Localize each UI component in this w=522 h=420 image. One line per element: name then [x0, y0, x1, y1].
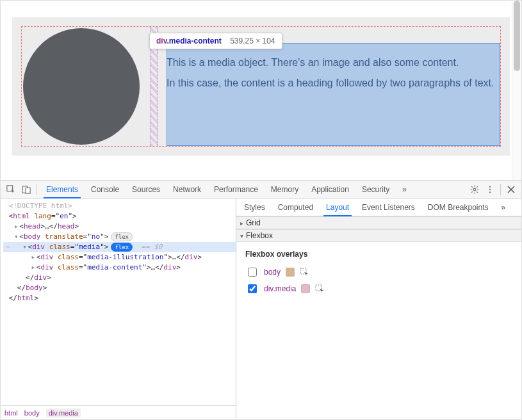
- inspect-element-icon[interactable]: [3, 182, 19, 197]
- settings-gear-icon[interactable]: [467, 182, 482, 197]
- media-paragraph-2: In this case, the content is a heading f…: [167, 77, 498, 89]
- main-tab-memory[interactable]: Memory: [265, 181, 305, 198]
- overlay-name[interactable]: body: [264, 268, 281, 277]
- breadcrumb-item[interactable]: div.media: [46, 408, 81, 417]
- breadcrumb-item[interactable]: html: [4, 409, 18, 417]
- devtools-window: Media Object This is a media object. The…: [0, 0, 522, 420]
- elements-dom-pane: <!DOCTYPE html> <html lang="en"> ▸<head>…: [1, 198, 236, 419]
- chevron-right-icon: ▸: [240, 220, 243, 227]
- layout-panel-body: ▸ Grid ▾ Flexbox Flexbox overlays bodydi…: [236, 216, 521, 419]
- svg-point-3: [473, 188, 476, 191]
- dom-body-open[interactable]: ▾<body translate="no">flex: [3, 232, 236, 242]
- side-tab-styles[interactable]: Styles: [238, 198, 272, 216]
- viewport-scrollbar[interactable]: [512, 1, 521, 180]
- selection-marker: == $0: [141, 243, 162, 251]
- dom-head[interactable]: ▸<head>…</head>: [3, 222, 236, 232]
- media-illustration: [22, 27, 141, 146]
- dom-content[interactable]: ▸<div class="media-content">…</div>: [3, 262, 236, 273]
- main-tabs-overflow[interactable]: »: [396, 185, 413, 194]
- svg-point-12: [489, 186, 491, 187]
- side-tab-computed[interactable]: Computed: [272, 198, 320, 216]
- side-tabs: StylesComputedLayoutEvent ListenersDOM B…: [236, 198, 521, 216]
- breadcrumb-bar: htmlbodydiv.media: [1, 405, 236, 419]
- overlays-title: Flexbox overlays: [245, 250, 515, 259]
- inspect-tooltip: div.media-content 539.25 × 104: [149, 33, 282, 49]
- dom-html-open[interactable]: <html lang="en">: [3, 211, 236, 222]
- flexbox-section-header[interactable]: ▾ Flexbox: [236, 229, 521, 242]
- toolbar-separator: [500, 184, 501, 195]
- overlay-checkbox[interactable]: [248, 268, 257, 277]
- main-tab-console[interactable]: Console: [85, 181, 126, 198]
- main-tab-sources[interactable]: Sources: [126, 181, 167, 198]
- styles-side-pane: StylesComputedLayoutEvent ListenersDOM B…: [236, 198, 521, 419]
- dom-tree[interactable]: <!DOCTYPE html> <html lang="en"> ▸<head>…: [1, 198, 236, 405]
- devtools-body: <!DOCTYPE html> <html lang="en"> ▸<head>…: [1, 198, 521, 419]
- toolbar-separator: [37, 184, 37, 195]
- close-devtools-icon[interactable]: [503, 182, 519, 197]
- more-menu-icon[interactable]: [482, 182, 498, 197]
- dom-selected-row[interactable]: ⋯ ▾<div class="media">flex == $0: [3, 242, 236, 252]
- grid-section-header[interactable]: ▸ Grid: [236, 216, 521, 229]
- flexbox-overlays: Flexbox overlays bodydiv.media: [236, 242, 521, 301]
- media-paragraph-1: This is a media object. There's an image…: [167, 57, 498, 69]
- main-tab-performance[interactable]: Performance: [208, 181, 265, 198]
- overlay-name[interactable]: div.media: [264, 284, 296, 293]
- svg-rect-2: [26, 188, 30, 193]
- overlay-highlight-icon[interactable]: [300, 268, 309, 277]
- main-tabs: ElementsConsoleSourcesNetworkPerformance…: [40, 181, 396, 198]
- tooltip-tag: div: [156, 36, 167, 45]
- overlay-color-swatch[interactable]: [286, 268, 295, 277]
- tooltip-class: .media-content: [167, 36, 221, 45]
- svg-line-9: [477, 191, 478, 193]
- side-tab-event-listeners[interactable]: Event Listeners: [355, 198, 421, 216]
- svg-line-11: [477, 186, 478, 188]
- dom-body-close[interactable]: </body>: [3, 283, 236, 293]
- device-toolbar-icon[interactable]: [19, 182, 34, 197]
- side-tab-dom-breakpoints[interactable]: DOM Breakpoints: [421, 198, 495, 216]
- scrollbar-thumb[interactable]: [514, 1, 520, 71]
- main-tab-elements[interactable]: Elements: [40, 181, 85, 198]
- overlay-row-div-media: div.media: [245, 280, 515, 297]
- breadcrumb-item[interactable]: body: [24, 409, 40, 417]
- flexbox-section-label: Flexbox: [246, 231, 273, 240]
- devtools-toolbar: ElementsConsoleSourcesNetworkPerformance…: [1, 181, 521, 198]
- overlay-highlight-icon[interactable]: [315, 284, 324, 293]
- svg-line-10: [471, 191, 473, 193]
- overlay-color-swatch[interactable]: [301, 284, 310, 293]
- main-tab-security[interactable]: Security: [355, 181, 396, 198]
- side-tab-layout[interactable]: Layout: [320, 198, 355, 216]
- dom-illustration[interactable]: ▸<div class="media-illustration">…</div>: [3, 252, 236, 262]
- overlay-row-body: body: [245, 264, 515, 280]
- dom-html-close[interactable]: </html>: [3, 293, 236, 303]
- side-tabs-overflow[interactable]: »: [495, 198, 512, 216]
- svg-point-13: [489, 188, 491, 190]
- dom-doctype[interactable]: <!DOCTYPE html>: [3, 201, 236, 211]
- svg-line-8: [471, 186, 473, 188]
- flex-badge-media[interactable]: flex: [111, 243, 133, 252]
- main-tab-application[interactable]: Application: [305, 181, 355, 198]
- circle-image-placeholder: [23, 28, 140, 145]
- tooltip-dimensions: 539.25 × 104: [230, 36, 275, 45]
- page-viewport[interactable]: Media Object This is a media object. The…: [1, 1, 521, 181]
- flex-badge-body[interactable]: flex: [111, 232, 133, 241]
- overlay-checkbox[interactable]: [248, 284, 257, 293]
- svg-point-14: [489, 191, 491, 193]
- grid-section-label: Grid: [246, 218, 261, 227]
- dom-media-close[interactable]: </div>: [3, 273, 236, 283]
- chevron-down-icon: ▾: [240, 232, 243, 239]
- main-tab-network[interactable]: Network: [167, 181, 208, 198]
